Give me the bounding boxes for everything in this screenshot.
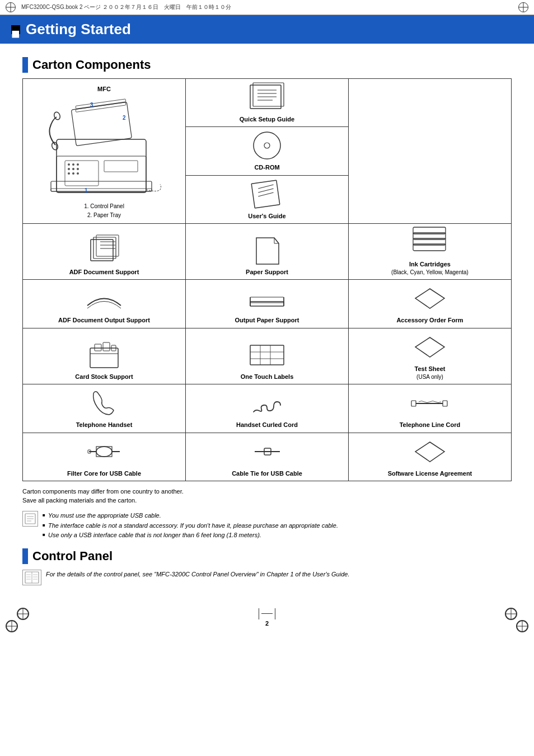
- note-icon: [22, 511, 38, 527]
- svg-text:1: 1: [85, 187, 88, 194]
- svg-rect-1: [57, 156, 146, 192]
- svg-rect-36: [93, 237, 116, 259]
- book-icon: [22, 570, 41, 585]
- svg-point-3: [68, 163, 70, 166]
- ink-cartridges-icon: [353, 227, 507, 258]
- paper-support-cell: Paper Support: [186, 223, 349, 280]
- svg-rect-55: [103, 342, 110, 351]
- filter-core-usb-icon: [27, 436, 181, 467]
- table-row: ADF Document Support Paper Support: [23, 223, 512, 280]
- header-square-icon: ■: [11, 25, 20, 34]
- footer-right-circle: [516, 620, 528, 632]
- handset-curled-cord-label: Handset Curled Cord: [190, 421, 344, 429]
- svg-marker-51: [415, 289, 444, 308]
- table-row: MFC: [23, 79, 512, 127]
- svg-marker-42: [274, 238, 279, 243]
- output-paper-support-label: Output Paper Support: [190, 316, 344, 324]
- test-sheet-icon: [353, 332, 507, 363]
- section-blue-bar: [22, 57, 28, 73]
- card-stock-support-label: Card Stock Support: [27, 373, 181, 381]
- svg-point-6: [68, 168, 70, 170]
- cd-rom-icon: [190, 130, 344, 161]
- control-panel-note: For the details of the control panel, se…: [22, 570, 512, 585]
- telephone-handset-cell: Telephone Handset: [23, 384, 186, 433]
- mfc-legends: 1. Control Panel 2. Paper Tray: [27, 202, 181, 220]
- paper-support-icon: [190, 235, 344, 266]
- table-row: Telephone Handset Handset Curled Cord: [23, 384, 512, 433]
- cable-tie-usb-label: Cable Tie for USB Cable: [190, 469, 344, 477]
- adf-document-output-support-label: ADF Document Output Support: [27, 316, 181, 324]
- software-license-agreement-label: Software License Agreement: [353, 469, 507, 477]
- note-item: You must use the appropriate USB cable.: [43, 511, 338, 521]
- svg-line-32: [258, 185, 274, 189]
- filter-core-usb-label: Filter Core for USB Cable: [27, 469, 181, 477]
- test-sheet-cell: Test Sheet (USA only): [349, 328, 512, 384]
- card-stock-support-icon: [27, 340, 181, 370]
- getting-started-header: ■ Getting Started: [0, 15, 534, 44]
- ink-cartridges-label: Ink Cartridges (Black, Cyan, Yellow, Mag…: [353, 260, 507, 276]
- svg-point-9: [68, 172, 70, 175]
- svg-rect-35: [91, 240, 113, 261]
- accessory-order-form-label: Accessory Order Form: [353, 316, 507, 324]
- mfc-device-illustration: 1 2 3: [27, 95, 181, 200]
- svg-rect-14: [51, 189, 152, 191]
- top-bar-text: MFC3200C-QSG.book 2 ページ ２００２年７月１６日 火曜日 午…: [21, 3, 231, 11]
- svg-rect-54: [95, 344, 101, 351]
- note-item: Use only a USB interface cable that is n…: [43, 530, 338, 541]
- filter-core-usb-cell: Filter Core for USB Cable: [23, 433, 186, 481]
- main-content: Carton Components MFC: [0, 44, 534, 597]
- telephone-handset-label: Telephone Handset: [27, 421, 181, 429]
- svg-marker-62: [415, 337, 444, 357]
- quick-setup-guide-icon: [190, 82, 344, 113]
- getting-started-title: Getting Started: [26, 21, 131, 38]
- telephone-line-cord-cell: Telephone Line Cord: [349, 384, 512, 433]
- svg-rect-2: [65, 161, 99, 186]
- svg-point-29: [254, 132, 280, 159]
- footnote-line2: Save all packing materials and the carto…: [22, 496, 512, 505]
- telephone-line-cord-label: Telephone Line Cord: [353, 421, 507, 429]
- top-left-crosshair: [6, 2, 16, 12]
- table-row: ADF Document Output Support Output Paper…: [23, 280, 512, 328]
- page-footer: 2: [0, 620, 534, 638]
- section-blue-bar-2: [22, 548, 28, 564]
- svg-line-33: [258, 189, 274, 192]
- svg-point-10: [72, 172, 74, 175]
- table-row: Card Stock Support One Touch Labels: [23, 328, 512, 384]
- one-touch-labels-cell: One Touch Labels: [186, 328, 349, 384]
- mfc-cell: MFC: [23, 79, 186, 224]
- accessory-order-form-cell: Accessory Order Form: [349, 280, 512, 328]
- one-touch-labels-icon: [190, 340, 344, 370]
- adf-document-output-support-icon: [27, 283, 181, 314]
- adf-support-cell: ADF Document Support: [23, 223, 186, 280]
- mfc-label: MFC: [27, 86, 181, 92]
- telephone-line-cord-icon: [353, 388, 507, 419]
- users-guide-label: User's Guide: [190, 212, 344, 220]
- carton-components-section-header: Carton Components: [22, 57, 512, 73]
- software-license-agreement-icon: [353, 436, 507, 467]
- footnote-text: Carton components may differ from one co…: [22, 487, 512, 505]
- top-bar: MFC3200C-QSG.book 2 ページ ２００２年７月１６日 火曜日 午…: [0, 0, 534, 15]
- svg-point-5: [77, 163, 79, 166]
- card-stock-support-cell: Card Stock Support: [23, 328, 186, 384]
- middle-top-cell: Quick Setup Guide: [186, 79, 349, 127]
- adf-output-support-cell: ADF Document Output Support: [23, 280, 186, 328]
- cd-rom-label: CD-ROM: [190, 163, 344, 171]
- output-paper-support-cell: Output Paper Support: [186, 280, 349, 328]
- svg-rect-16: [76, 99, 126, 109]
- ink-cartridges-cell: Ink Cartridges (Black, Cyan, Yellow, Mag…: [349, 223, 512, 280]
- note-list: You must use the appropriate USB cable. …: [43, 511, 338, 541]
- footer-left-circle: [6, 620, 18, 632]
- svg-rect-57: [250, 345, 284, 365]
- svg-rect-17: [76, 102, 126, 112]
- footnote-line1: Carton components may differ from one co…: [22, 487, 512, 496]
- control-panel-title: Control Panel: [32, 549, 113, 564]
- svg-point-66: [96, 447, 112, 457]
- svg-rect-24: [253, 83, 284, 106]
- handset-curled-cord-cell: Handset Curled Cord: [186, 384, 349, 433]
- cable-tie-usb-cell: Cable Tie for USB Cable: [186, 433, 349, 481]
- svg-marker-73: [415, 442, 444, 462]
- svg-line-34: [258, 192, 274, 196]
- carton-components-title: Carton Components: [32, 58, 151, 72]
- top-right-crosshair: [518, 2, 528, 12]
- control-panel-section-header: Control Panel: [22, 548, 512, 564]
